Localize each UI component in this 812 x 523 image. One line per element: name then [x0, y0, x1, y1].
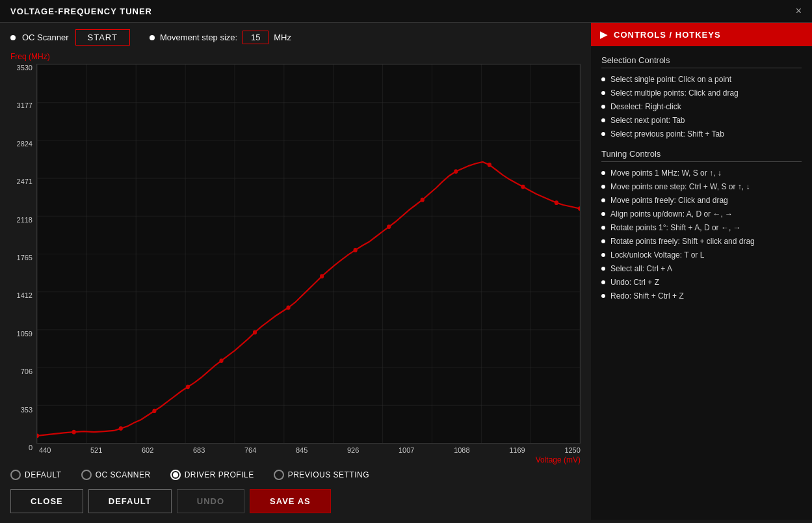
hotkey-item: Select previous point: Shift + Tab — [601, 129, 802, 139]
svg-point-9 — [286, 305, 290, 310]
arrow-icon: ▶ — [600, 29, 607, 40]
svg-point-17 — [555, 200, 558, 205]
hotkey-item: Deselect: Right-click — [601, 102, 802, 111]
hotkey-dot — [601, 77, 605, 81]
hotkey-dot — [601, 280, 605, 284]
oc-scanner-group: OC Scanner START — [10, 29, 130, 46]
radio-item-previous-setting[interactable]: PREVIOUS SETTING — [274, 470, 369, 480]
y-axis-label: Freq (MHz) — [10, 52, 581, 61]
radio-item-oc-scanner[interactable]: OC SCANNER — [81, 470, 151, 480]
radio-group: DEFAULTOC SCANNERDRIVER PROFILEPREVIOUS … — [10, 470, 581, 480]
close-button[interactable]: CLOSE — [10, 489, 83, 513]
x-tick: 683 — [193, 446, 205, 454]
hotkey-dot — [601, 185, 605, 189]
y-tick: 706 — [21, 368, 33, 375]
radio-label-previous-setting: PREVIOUS SETTING — [288, 470, 369, 479]
svg-point-3 — [72, 430, 76, 435]
svg-point-5 — [152, 409, 156, 413]
movement-dot — [150, 35, 155, 40]
svg-point-16 — [521, 185, 525, 189]
hotkey-dot — [601, 132, 605, 136]
radio-item-default[interactable]: DEFAULT — [10, 470, 62, 480]
y-axis: 353031772824247121181765141210597063530 — [10, 64, 36, 464]
y-tick: 2824 — [17, 140, 33, 148]
hotkey-item: Undo: Ctrl + Z — [601, 278, 802, 287]
hotkey-dot — [601, 118, 605, 122]
radio-item-driver-profile[interactable]: DRIVER PROFILE — [170, 470, 254, 480]
x-tick: 845 — [296, 446, 308, 454]
y-tick: 2118 — [17, 216, 33, 224]
hotkey-dot — [601, 105, 605, 109]
y-tick: 3530 — [17, 64, 33, 72]
selection-section-title: Selection Controls — [601, 55, 802, 68]
title-bar: VOLTAGE-FREQUENCY TUNER × — [0, 0, 812, 23]
x-tick: 764 — [244, 446, 256, 454]
radio-circle-driver-profile[interactable] — [170, 470, 181, 480]
x-tick: 1007 — [399, 446, 414, 454]
y-tick: 1412 — [17, 291, 33, 299]
svg-point-7 — [219, 358, 223, 363]
hotkey-item: Redo: Shift + Ctrl + Z — [601, 291, 802, 301]
x-tick: 1169 — [509, 446, 525, 454]
svg-point-10 — [320, 274, 324, 278]
hotkey-item: Rotate points freely: Shift + click and … — [601, 237, 802, 246]
svg-point-6 — [186, 384, 190, 389]
hotkey-item: Select next point: Tab — [601, 116, 802, 125]
radio-circle-previous-setting[interactable] — [274, 470, 284, 480]
hotkey-dot — [601, 212, 605, 216]
close-icon[interactable]: × — [796, 5, 802, 17]
selection-hotkey-list: Select single point: Click on a pointSel… — [601, 75, 802, 139]
mhz-label: MHz — [274, 33, 291, 42]
hotkey-dot — [601, 253, 605, 257]
controls-header: ▶ CONTROLS / HOTKEYS — [591, 23, 812, 46]
svg-point-14 — [454, 169, 458, 174]
undo-button[interactable]: UNDO — [177, 489, 244, 513]
x-tick: 440 — [39, 446, 51, 454]
x-axis-label: Voltage (mV) — [36, 455, 581, 464]
hotkey-item: Move points freely: Click and drag — [601, 196, 802, 205]
right-panel: ▶ CONTROLS / HOTKEYS Selection Controls … — [591, 23, 812, 520]
hotkey-item: Align points up/down: A, D or ←, → — [601, 209, 802, 219]
movement-group: Movement step size: MHz — [150, 31, 291, 44]
y-tick: 1059 — [17, 330, 33, 338]
hotkey-item: Select all: Ctrl + A — [601, 264, 802, 273]
hotkey-dot — [601, 226, 605, 230]
radio-label-oc-scanner: OC SCANNER — [96, 470, 151, 479]
svg-point-8 — [253, 330, 257, 335]
radio-circle-default[interactable] — [10, 470, 21, 480]
hotkey-dot — [601, 267, 605, 271]
x-tick: 1250 — [564, 446, 580, 454]
save-as-button[interactable]: SAVE AS — [250, 489, 331, 513]
hotkey-item: Rotate points 1°: Shift + A, D or ←, → — [601, 223, 802, 232]
chart-container: Freq (MHz) 35303177282424712118176514121… — [10, 52, 581, 464]
svg-point-15 — [488, 163, 491, 167]
y-tick: 353 — [21, 406, 33, 414]
y-tick: 2471 — [17, 178, 33, 185]
oc-scanner-label: OC Scanner — [22, 33, 69, 42]
hotkey-item: Select single point: Click on a point — [601, 75, 802, 84]
tuning-section-title: Tuning Controls — [601, 149, 802, 162]
top-controls: OC Scanner START Movement step size: MHz — [10, 29, 581, 46]
start-button[interactable]: START — [75, 29, 130, 46]
svg-rect-1 — [37, 64, 580, 443]
hotkey-item: Move points 1 MHz: W, S or ↑, ↓ — [601, 168, 802, 178]
step-input[interactable] — [242, 31, 268, 44]
hotkey-dot — [601, 198, 605, 202]
hotkey-item: Select multiple points: Click and drag — [601, 88, 802, 98]
svg-point-13 — [421, 198, 425, 202]
oc-scanner-dot — [10, 35, 16, 40]
controls-title: CONTROLS / HOTKEYS — [614, 30, 721, 40]
hotkey-dot — [601, 239, 605, 243]
radio-label-default: DEFAULT — [25, 470, 62, 479]
y-tick: 3177 — [17, 101, 33, 109]
x-tick: 521 — [90, 446, 102, 454]
default-button[interactable]: DEFAULT — [88, 489, 172, 513]
chart-inner[interactable] — [36, 64, 581, 444]
y-tick: 1765 — [17, 254, 33, 262]
radio-circle-oc-scanner[interactable] — [81, 470, 92, 480]
hotkey-dot — [601, 91, 605, 95]
bottom-section: DEFAULTOC SCANNERDRIVER PROFILEPREVIOUS … — [10, 470, 581, 513]
action-buttons: CLOSE DEFAULT UNDO SAVE AS — [10, 489, 581, 513]
hotkey-dot — [601, 171, 605, 175]
x-tick: 926 — [347, 446, 359, 454]
